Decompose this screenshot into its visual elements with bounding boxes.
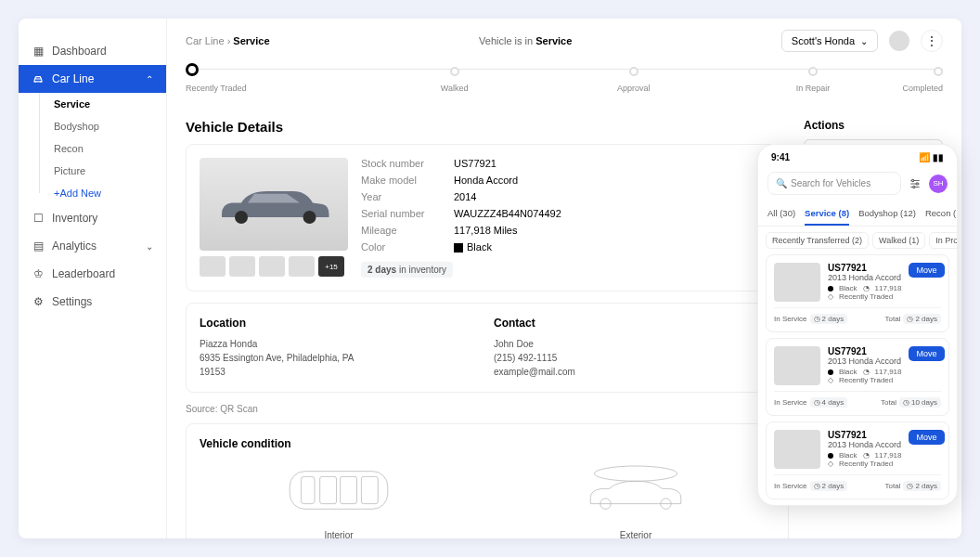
chevron-up-icon: ⌃: [146, 74, 153, 84]
vehicle-card[interactable]: US77921 2013 Honda Accord Black◔117,918 …: [766, 254, 949, 332]
sidebar-sub-bodyshop[interactable]: Bodyshop: [19, 115, 166, 137]
sidebar-item-analytics[interactable]: ▤ Analytics ⌄: [19, 232, 166, 260]
step-dot[interactable]: [629, 67, 638, 76]
svg-rect-4: [320, 476, 337, 503]
sidebar-item-label: Inventory: [52, 212, 97, 225]
color-dot: [828, 286, 833, 291]
inventory-badge: 2 days in inventory: [361, 262, 453, 278]
top-bar: Car Line › Service Vehicle is in Service…: [167, 19, 961, 63]
tab-all[interactable]: All (30): [767, 204, 795, 226]
step-dot[interactable]: [808, 67, 818, 76]
step-dot[interactable]: [450, 67, 459, 76]
color-dot: [828, 369, 833, 375]
sidebar-sub-service[interactable]: Service: [19, 93, 166, 115]
clock-icon: ◷: [907, 482, 913, 490]
step-dot[interactable]: [186, 63, 199, 76]
breadcrumb-current: Service: [233, 35, 269, 46]
svg-rect-3: [301, 476, 315, 503]
search-input[interactable]: 🔍 Search for Vehicles: [767, 172, 901, 195]
days-pill: ◷10 days: [899, 397, 941, 408]
actions-title: Actions: [804, 119, 943, 132]
location-title: Location: [200, 317, 481, 330]
sidebar-item-leaderboard[interactable]: ♔ Leaderboard: [19, 260, 166, 288]
thumbnail-more[interactable]: +15: [318, 256, 344, 277]
search-icon: 🔍: [776, 178, 787, 188]
mobile-avatar[interactable]: SH: [929, 175, 948, 193]
thumbnail[interactable]: [229, 256, 255, 277]
gauge-icon: ◔: [863, 451, 870, 460]
sidebar-sub-picture[interactable]: Picture: [19, 160, 166, 182]
chip[interactable]: In Progress: [929, 232, 957, 249]
days-pill: ◷2 days: [810, 481, 848, 491]
stock-number: US77921: [828, 430, 901, 440]
svg-point-1: [303, 211, 316, 224]
svg-point-7: [594, 466, 677, 481]
svg-point-14: [916, 182, 918, 184]
sidebar-item-label: Dashboard: [52, 45, 107, 58]
thumbnail-row: +15: [200, 256, 348, 277]
vehicle-card[interactable]: US77921 2013 Honda Accord Black◔117,918 …: [766, 338, 949, 416]
move-button[interactable]: Move: [909, 430, 944, 445]
car-icon: [32, 72, 45, 85]
mobile-tabs: All (30) Service (8) Bodyshop (12) Recon…: [758, 201, 957, 227]
breadcrumb: Car Line › Service: [186, 35, 270, 46]
gauge-icon: ◔: [863, 284, 870, 292]
chip[interactable]: Walked (1): [872, 232, 925, 249]
tab-recon[interactable]: Recon (10): [925, 204, 958, 226]
vehicle-image[interactable]: [200, 158, 348, 251]
dealer-select[interactable]: Scott's Honda ⌄: [781, 30, 878, 52]
location-contact-card: Location Piazza Honda 6935 Essington Ave…: [186, 303, 789, 393]
svg-rect-6: [361, 476, 378, 503]
move-button[interactable]: Move: [909, 346, 944, 361]
step-dot[interactable]: [934, 67, 943, 76]
svg-rect-5: [341, 476, 357, 503]
color-swatch: [454, 243, 463, 253]
clock-icon: ◷: [814, 482, 820, 490]
box-icon: ☐: [32, 212, 45, 225]
trophy-icon: ♔: [32, 267, 45, 280]
mobile-status-bar: 9:41 📶 ▮▮: [758, 145, 957, 166]
chip[interactable]: Recently Transferred (2): [766, 232, 869, 249]
svg-point-13: [912, 179, 914, 181]
menu-button[interactable]: ⋮: [921, 30, 943, 52]
sidebar-item-car-line[interactable]: Car Line ⌃: [19, 65, 166, 93]
sidebar-item-label: Car Line: [52, 72, 94, 85]
interior-schematic[interactable]: [278, 458, 399, 523]
sidebar-item-label: Leaderboard: [52, 267, 115, 280]
sidebar-item-inventory[interactable]: ☐ Inventory: [19, 204, 166, 232]
gear-icon: ⚙: [32, 295, 45, 308]
pin-icon: ◇: [828, 292, 833, 301]
vehicle-card[interactable]: US77921 2013 Honda Accord Black◔117,918 …: [766, 421, 949, 499]
thumbnail[interactable]: [259, 256, 285, 277]
spec-grid: Stock numberUS77921 Make modelHonda Acco…: [361, 158, 775, 253]
chevron-down-icon: ⌄: [146, 241, 153, 252]
tab-bodyshop[interactable]: Bodyshop (12): [858, 204, 916, 226]
move-button[interactable]: Move: [909, 263, 944, 278]
stock-number: US77921: [828, 346, 901, 356]
sidebar-item-label: Analytics: [52, 240, 97, 253]
sidebar-item-settings[interactable]: ⚙ Settings: [19, 288, 166, 316]
sidebar-sub-recon[interactable]: Recon: [19, 137, 166, 160]
thumbnail[interactable]: [200, 256, 226, 277]
mobile-app: 9:41 📶 ▮▮ 🔍 Search for Vehicles SH All (…: [757, 144, 958, 506]
model-name: 2013 Honda Accord: [828, 440, 901, 449]
sidebar-add-new[interactable]: +Add New: [19, 182, 166, 204]
svg-point-15: [913, 186, 915, 188]
filter-icon[interactable]: [907, 175, 923, 192]
stepper-line: [195, 69, 943, 70]
breadcrumb-parent[interactable]: Car Line: [186, 35, 225, 46]
chevron-down-icon: ⌄: [860, 36, 868, 46]
chart-icon: ▤: [32, 240, 45, 253]
pin-icon: ◇: [828, 376, 833, 384]
tab-service[interactable]: Service (8): [805, 204, 849, 226]
sidebar-item-dashboard[interactable]: ▦ Dashboard: [19, 37, 166, 65]
contact-title: Contact: [494, 317, 775, 330]
avatar[interactable]: [889, 31, 909, 51]
days-pill: ◷4 days: [810, 397, 848, 408]
svg-point-0: [235, 211, 248, 224]
clock-icon: ◷: [903, 398, 909, 407]
stock-number: US77921: [828, 263, 901, 273]
exterior-schematic[interactable]: [575, 458, 696, 523]
vehicle-details-card: ✎ +15: [186, 144, 789, 291]
thumbnail[interactable]: [289, 256, 315, 277]
